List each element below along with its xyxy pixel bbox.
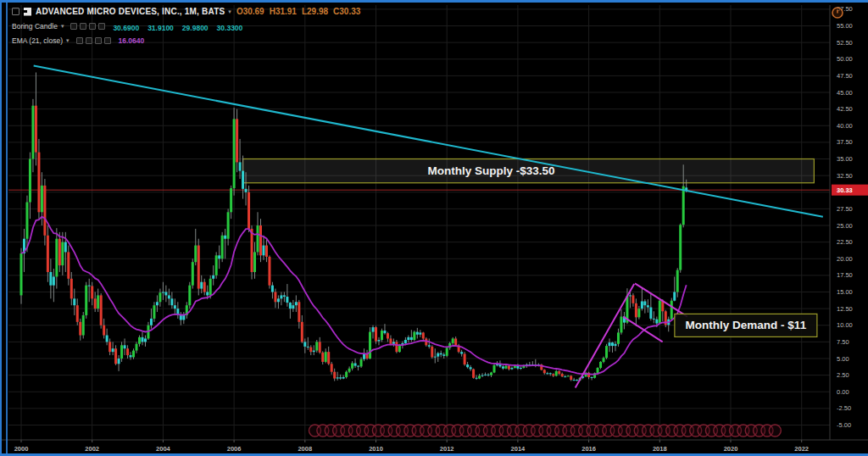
candle[interactable]: [164, 292, 167, 296]
candle[interactable]: [309, 348, 312, 352]
candle[interactable]: [70, 279, 73, 299]
candle[interactable]: [31, 106, 34, 159]
candle[interactable]: [419, 332, 421, 334]
candle[interactable]: [603, 358, 605, 362]
candle[interactable]: [407, 337, 409, 340]
candle[interactable]: [649, 308, 652, 319]
candle[interactable]: [437, 353, 439, 357]
candle[interactable]: [377, 340, 380, 342]
candle[interactable]: [363, 354, 365, 359]
price-axis[interactable]: 57.5055.0052.5050.0047.5045.0042.5040.00…: [832, 5, 868, 429]
candle[interactable]: [647, 305, 649, 307]
candle[interactable]: [670, 301, 673, 320]
candle[interactable]: [496, 364, 498, 365]
candle[interactable]: [138, 337, 141, 344]
candle[interactable]: [307, 347, 309, 348]
candle[interactable]: [198, 246, 200, 289]
candle[interactable]: [132, 351, 135, 358]
candle[interactable]: [333, 372, 336, 379]
candle[interactable]: [460, 352, 463, 353]
indicator-more-icon[interactable]: [98, 23, 105, 30]
chevron-down-icon[interactable]: ▾: [61, 23, 64, 30]
candle[interactable]: [168, 295, 170, 298]
candle[interactable]: [635, 303, 637, 317]
candle[interactable]: [655, 320, 658, 324]
candle[interactable]: [64, 242, 67, 253]
chevron-down-icon[interactable]: ▾: [228, 8, 231, 15]
candle[interactable]: [170, 298, 173, 305]
candle[interactable]: [91, 286, 93, 298]
candle[interactable]: [268, 257, 270, 286]
candle[interactable]: [422, 332, 425, 338]
candle[interactable]: [209, 279, 212, 296]
candle[interactable]: [342, 377, 345, 379]
candle[interactable]: [570, 375, 572, 380]
candle[interactable]: [94, 298, 97, 309]
pattern-trendline[interactable]: [635, 283, 687, 316]
candle[interactable]: [141, 337, 143, 342]
candle[interactable]: [431, 347, 433, 358]
candle[interactable]: [156, 302, 159, 305]
candle[interactable]: [47, 236, 49, 272]
candle[interactable]: [262, 246, 264, 256]
candle[interactable]: [617, 332, 620, 343]
candle[interactable]: [319, 342, 321, 353]
candle[interactable]: [289, 303, 292, 309]
candle[interactable]: [470, 367, 472, 369]
candle[interactable]: [242, 171, 244, 189]
candle[interactable]: [454, 338, 457, 345]
candle[interactable]: [392, 342, 395, 343]
candle[interactable]: [620, 317, 622, 333]
candle[interactable]: [552, 374, 554, 375]
candle[interactable]: [180, 315, 182, 320]
candle[interactable]: [194, 246, 197, 263]
indicator-delete-icon[interactable]: [95, 37, 102, 44]
candle[interactable]: [555, 371, 558, 375]
candle[interactable]: [609, 342, 611, 346]
candle[interactable]: [476, 378, 478, 379]
candle[interactable]: [37, 153, 40, 213]
candle[interactable]: [685, 187, 687, 190]
candle[interactable]: [126, 348, 129, 355]
candle[interactable]: [283, 295, 286, 297]
candle[interactable]: [200, 282, 203, 289]
candle[interactable]: [472, 370, 475, 378]
candle[interactable]: [301, 322, 303, 342]
candle[interactable]: [230, 188, 232, 212]
candle[interactable]: [259, 225, 262, 255]
candle[interactable]: [351, 363, 353, 368]
candle[interactable]: [257, 225, 259, 252]
candle[interactable]: [564, 376, 566, 377]
candle[interactable]: [251, 229, 253, 272]
candle[interactable]: [112, 348, 114, 352]
chevron-down-icon[interactable]: ▾: [66, 37, 70, 44]
candle[interactable]: [53, 276, 55, 285]
candle[interactable]: [357, 366, 359, 367]
candle[interactable]: [58, 239, 61, 265]
candle[interactable]: [321, 353, 324, 362]
candle[interactable]: [303, 342, 306, 346]
candle[interactable]: [339, 377, 342, 378]
candle[interactable]: [354, 363, 357, 365]
candle[interactable]: [313, 351, 315, 353]
candle[interactable]: [224, 236, 226, 239]
candle[interactable]: [442, 354, 445, 356]
indicator-more-icon[interactable]: [104, 37, 111, 44]
candle[interactable]: [416, 332, 419, 335]
candle[interactable]: [221, 236, 224, 259]
candle[interactable]: [203, 282, 206, 292]
candle[interactable]: [233, 119, 236, 188]
candle[interactable]: [218, 255, 220, 259]
candle[interactable]: [369, 332, 371, 359]
candle[interactable]: [484, 375, 487, 375]
candle[interactable]: [637, 309, 640, 317]
indicator-eye-icon[interactable]: [70, 23, 77, 30]
candle[interactable]: [67, 252, 70, 278]
candle[interactable]: [490, 372, 492, 375]
indicator-eye-icon[interactable]: [76, 37, 83, 44]
indicator-delete-icon[interactable]: [89, 23, 96, 30]
candle[interactable]: [159, 292, 161, 302]
candle[interactable]: [188, 286, 191, 306]
candle[interactable]: [360, 359, 363, 367]
candle[interactable]: [395, 342, 398, 352]
